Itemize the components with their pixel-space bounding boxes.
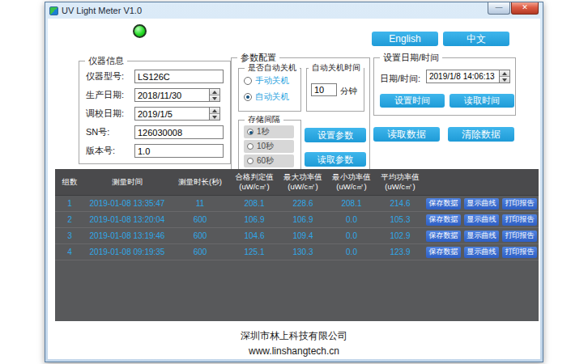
col-header-min: 最小功率值(uW/c㎡) <box>327 169 376 195</box>
shutdown-time-unit: 分钟 <box>340 86 357 97</box>
radio-interval-1s[interactable]: 1秒 <box>244 125 294 138</box>
spin-down-icon[interactable] <box>210 95 219 101</box>
language-english-button[interactable]: English <box>372 32 438 46</box>
radio-interval-10s[interactable]: 10秒 <box>244 140 294 153</box>
show-curve-button[interactable]: 显示曲线 <box>464 214 499 226</box>
radio-label: 10秒 <box>257 141 274 152</box>
cell-pass: 125.1 <box>230 248 279 256</box>
table-row[interactable]: 2 2019-01-08 13:20:04 600 106.9 106.9 0.… <box>55 212 539 228</box>
cell-time: 2019-01-08 13:35:47 <box>84 199 170 208</box>
table-row[interactable]: 1 2019-01-08 13:35:47 11 208.1 228.6 208… <box>55 196 539 212</box>
show-curve-button[interactable]: 显示曲线 <box>464 247 499 258</box>
cell-duration: 600 <box>170 231 230 240</box>
print-report-button[interactable]: 打印报告 <box>502 198 537 210</box>
cell-time: 2019-01-08 09:19:35 <box>84 248 170 256</box>
minimize-button[interactable]: — <box>488 2 510 15</box>
radio-auto-shutdown[interactable]: 自动关机 <box>244 91 289 103</box>
radio-icon[interactable] <box>247 158 254 164</box>
save-data-button[interactable]: 保存数据 <box>426 214 461 226</box>
calibration-date-input[interactable] <box>134 107 210 121</box>
radio-label: 手动关机 <box>255 75 289 87</box>
print-report-button[interactable]: 打印报告 <box>502 231 537 242</box>
radio-interval-60s[interactable]: 60秒 <box>244 154 294 167</box>
calibration-date-spinner[interactable] <box>210 107 220 121</box>
window-content: English 中文 仪器信息 仪器型号: 生产日期: <box>48 19 540 359</box>
app-icon <box>49 6 58 15</box>
clear-data-button[interactable]: 清除数据 <box>448 127 514 142</box>
window-title: UV Light Meter V1.0 <box>62 6 142 15</box>
datetime-group: 设置日期/时间 日期/时间: 设置时间 读取时间 <box>373 57 516 116</box>
col-header-avg: 平均功率值(uW/c㎡) <box>376 169 424 195</box>
spin-up-icon[interactable] <box>210 108 219 113</box>
col-header-time: 测量时间 <box>84 169 170 195</box>
field-row-sn: SN号: <box>86 125 224 139</box>
measurement-table: 组数 测量时间 测量时长(秒) 合格判定值(uW/c㎡) 最大功率值(uW/c㎡… <box>55 169 539 321</box>
spin-up-icon[interactable] <box>210 89 219 95</box>
read-time-button[interactable]: 读取时间 <box>450 94 514 108</box>
cell-pass: 106.9 <box>230 215 279 224</box>
titlebar[interactable]: UV Light Meter V1.0 — ✕ <box>45 2 543 19</box>
set-parameters-button[interactable]: 设置参数 <box>305 128 366 142</box>
cell-group: 3 <box>55 231 84 240</box>
cell-min: 0.0 <box>327 248 376 256</box>
spin-up-icon[interactable] <box>500 70 509 76</box>
set-time-button[interactable]: 设置时间 <box>380 94 445 108</box>
cell-max: 228.6 <box>279 199 327 208</box>
save-data-button[interactable]: 保存数据 <box>426 198 461 210</box>
radio-manual-shutdown[interactable]: 手动关机 <box>244 75 289 87</box>
instrument-info-title: 仪器信息 <box>85 55 127 67</box>
radio-icon[interactable] <box>247 129 254 135</box>
close-button[interactable]: ✕ <box>511 2 539 15</box>
cell-duration: 600 <box>170 215 230 224</box>
radio-icon[interactable] <box>247 143 254 150</box>
shutdown-time-input[interactable] <box>311 83 337 96</box>
instrument-info-group: 仪器信息 仪器型号: 生产日期: 调校日期: <box>79 61 231 164</box>
production-date-input[interactable] <box>134 88 210 102</box>
parameters-group: 参数配置 是否自动关机 手动关机 自动关机 自动关机时间 分钟 <box>231 57 370 179</box>
cell-time: 2019-01-08 13:20:04 <box>84 215 170 224</box>
read-data-button[interactable]: 读取数据 <box>373 127 440 142</box>
window-controls: — ✕ <box>488 2 539 19</box>
radio-icon[interactable] <box>244 77 252 85</box>
auto-shutdown-group: 是否自动关机 手动关机 自动关机 <box>238 68 301 112</box>
show-curve-button[interactable]: 显示曲线 <box>464 231 499 242</box>
cell-max: 130.3 <box>279 248 327 256</box>
datetime-spinner[interactable] <box>500 70 510 83</box>
datetime-title: 设置日期/时间 <box>380 52 442 64</box>
field-row-production-date: 生产日期: <box>86 88 224 102</box>
field-row-version: 版本号: <box>86 144 224 158</box>
save-data-button[interactable]: 保存数据 <box>426 247 461 258</box>
model-label: 仪器型号: <box>86 70 134 83</box>
production-date-spinner[interactable] <box>210 88 220 102</box>
spin-down-icon[interactable] <box>500 76 509 83</box>
field-row-calibration-date: 调校日期: <box>86 107 224 121</box>
cell-avg: 214.6 <box>376 199 424 208</box>
cell-min: 0.0 <box>327 231 376 240</box>
shutdown-time-group: 自动关机时间 分钟 <box>306 68 364 112</box>
version-input[interactable] <box>134 144 224 158</box>
datetime-input[interactable] <box>426 70 500 83</box>
model-input[interactable] <box>134 70 224 83</box>
cell-pass: 104.6 <box>230 231 279 240</box>
cell-time: 2019-01-08 13:19:46 <box>84 231 170 240</box>
sn-input[interactable] <box>134 125 224 139</box>
connection-status-indicator <box>133 24 147 38</box>
radio-icon[interactable] <box>244 93 252 101</box>
spin-down-icon[interactable] <box>210 113 219 120</box>
col-header-actions <box>424 169 539 195</box>
table-row[interactable]: 3 2019-01-08 13:19:46 600 104.6 109.4 0.… <box>55 228 539 244</box>
col-header-duration: 测量时长(秒) <box>170 169 230 195</box>
table-row[interactable]: 4 2019-01-08 09:19:35 600 125.1 130.3 0.… <box>55 244 539 260</box>
datetime-label: 日期/时间: <box>380 73 420 85</box>
cell-max: 106.9 <box>279 215 327 224</box>
col-header-max: 最大功率值(uW/c㎡) <box>279 169 327 195</box>
footer-website: www.linshangtech.cn <box>48 345 540 357</box>
print-report-button[interactable]: 打印报告 <box>502 214 537 226</box>
sn-label: SN号: <box>86 126 134 138</box>
show-curve-button[interactable]: 显示曲线 <box>464 198 499 210</box>
field-row-model: 仪器型号: <box>86 70 224 83</box>
save-data-button[interactable]: 保存数据 <box>426 231 461 242</box>
language-chinese-button[interactable]: 中文 <box>443 32 509 46</box>
read-parameters-button[interactable]: 读取参数 <box>305 152 366 167</box>
print-report-button[interactable]: 打印报告 <box>502 247 537 258</box>
